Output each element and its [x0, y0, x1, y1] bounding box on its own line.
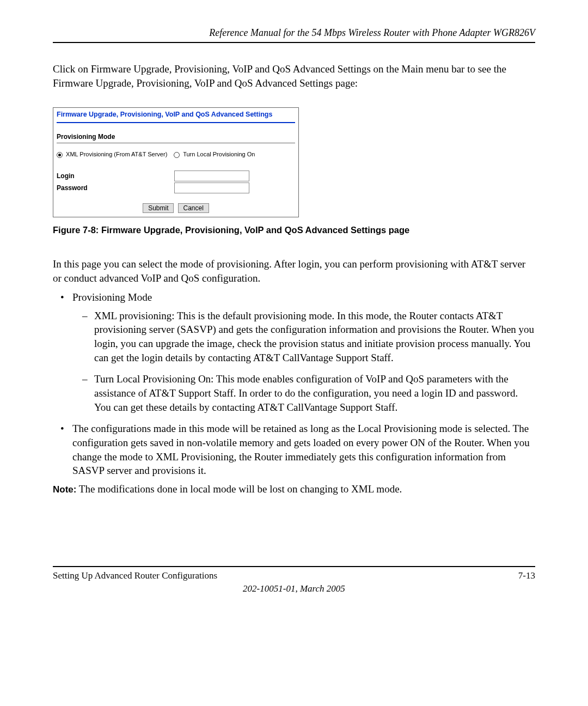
footer-right: 7-13 — [518, 570, 535, 581]
note-label: Note: — [53, 484, 76, 495]
page-header: Reference Manual for the 54 Mbps Wireles… — [53, 27, 535, 43]
dash-item: Turn Local Provisioning On: This mode en… — [84, 372, 535, 414]
radio-group: XML Provisioning (From AT&T Server) Turn… — [53, 151, 298, 158]
divider — [57, 143, 295, 143]
bullet-text: Provisioning Mode — [72, 291, 152, 303]
footer-left: Setting Up Advanced Router Configuration… — [53, 570, 217, 581]
radio-icon — [57, 152, 63, 158]
login-input[interactable] — [174, 171, 249, 181]
radio-xml-provisioning[interactable]: XML Provisioning (From AT&T Server) — [57, 151, 167, 158]
note-line: Note: The modifications done in local mo… — [53, 483, 535, 495]
provisioning-mode-label: Provisioning Mode — [53, 133, 298, 141]
radio-local-provisioning[interactable]: Turn Local Provisioning On — [174, 151, 255, 158]
note-text: The modifications done in local mode wil… — [76, 483, 402, 495]
password-input[interactable] — [174, 182, 249, 193]
bullet-item: The configurations made in this mode wil… — [64, 422, 535, 478]
body-paragraph: In this page you can select the mode of … — [53, 257, 535, 285]
radio-icon — [174, 152, 180, 158]
radio-label: XML Provisioning (From AT&T Server) — [66, 151, 167, 157]
login-label: Login — [57, 172, 170, 180]
submit-button[interactable]: Submit — [143, 203, 174, 213]
intro-paragraph: Click on Firmware Upgrade, Provisioning,… — [53, 62, 535, 90]
dash-item: XML provisioning: This is the default pr… — [84, 309, 535, 365]
settings-title: Firmware Upgrade, Provisioning, VoIP and… — [53, 108, 298, 120]
bullet-item: Provisioning Mode XML provisioning: This… — [64, 290, 535, 414]
figure-caption: Figure 7-8: Firmware Upgrade, Provisioni… — [53, 225, 535, 235]
cancel-button[interactable]: Cancel — [178, 203, 209, 213]
settings-panel: Firmware Upgrade, Provisioning, VoIP and… — [53, 107, 299, 217]
page-footer: Setting Up Advanced Router Configuration… — [53, 566, 535, 581]
password-label: Password — [57, 184, 170, 192]
radio-label: Turn Local Provisioning On — [183, 151, 255, 157]
divider — [57, 122, 295, 123]
footer-docid: 202-10051-01, March 2005 — [53, 583, 535, 594]
